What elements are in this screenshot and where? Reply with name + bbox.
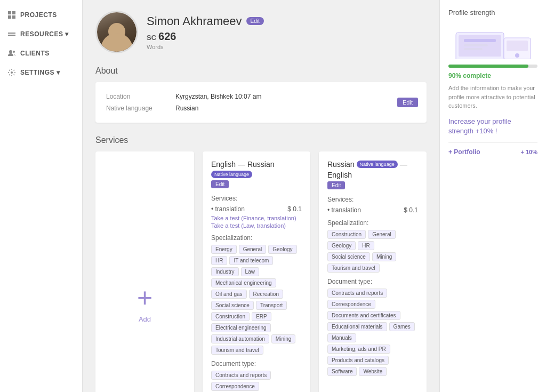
about-label-native: Native language xyxy=(106,105,175,112)
sidebar: PROJECTS RESOURCES ▾ CLIENTS SETTINGS ▾ xyxy=(0,0,83,392)
tag: Marketing, ads and PR xyxy=(327,345,390,354)
complete-text: 90% complete xyxy=(448,72,537,79)
profile-name-row: Simon Akhrameev Edit xyxy=(147,14,427,28)
tag: Transport xyxy=(256,301,287,310)
profile-score: SC 626 xyxy=(147,30,427,43)
tag: Tourism and travel xyxy=(211,346,263,355)
tag: Social science xyxy=(211,301,254,310)
tag: Construction xyxy=(327,230,366,239)
profile-info: Simon Akhrameev Edit SC 626 Words xyxy=(147,14,427,50)
tag: Social science xyxy=(327,252,370,261)
spec-tags-ru-en: ConstructionGeneralGeologyHRSocial scien… xyxy=(327,230,418,273)
about-edit-button[interactable]: Edit xyxy=(397,98,418,107)
tag: Tourism and travel xyxy=(327,263,380,273)
service-card-en-ru: English — Russian Native language Edit S… xyxy=(203,151,310,392)
about-row-location: Location Kyrgyzstan, Bishkek 10:07 am xyxy=(106,91,416,102)
spec-tags-en-ru: EnergyGeneralGeologyHRIT and telecomIndu… xyxy=(211,245,302,355)
tag: Energy xyxy=(211,245,237,254)
tag: Contracts and reports xyxy=(211,371,271,380)
spec-label-en-ru: Specialization: xyxy=(211,234,302,242)
tag: Geology xyxy=(268,245,296,254)
native-badge-en-ru: Native language xyxy=(211,171,252,178)
tag: Manuals xyxy=(327,333,356,342)
add-plus-icon: + xyxy=(137,284,152,311)
tag: Website xyxy=(359,367,387,376)
about-title: About xyxy=(95,66,427,76)
about-section: About Location Kyrgyzstan, Bishkek 10:07… xyxy=(95,66,427,123)
doctype-label-ru-en: Document type: xyxy=(327,278,418,285)
grid-icon xyxy=(7,11,16,19)
service-card-ru-en-header: Russian Native language — English Edit xyxy=(327,160,418,189)
tag: Geology xyxy=(327,241,356,250)
services-title: Services xyxy=(95,135,427,145)
svg-rect-4 xyxy=(8,33,15,34)
portfolio-link[interactable]: + Portfolio + 10% xyxy=(448,142,537,156)
tag: Mechanical engineering xyxy=(211,278,276,287)
specialization-en-ru: Specialization: EnergyGeneralGeologyHRIT… xyxy=(211,234,302,355)
about-label-location: Location xyxy=(106,93,175,100)
svg-rect-15 xyxy=(507,41,528,51)
sidebar-item-projects[interactable]: PROJECTS xyxy=(0,5,82,25)
doctype-en-ru: Document type: Contracts and reportsCorr… xyxy=(211,360,302,392)
services-label-ru-en: Services: xyxy=(327,196,418,203)
progress-bar-fill xyxy=(448,65,528,68)
sidebar-item-clients[interactable]: CLIENTS xyxy=(0,44,82,63)
profile-header: Simon Akhrameev Edit SC 626 Words xyxy=(95,11,427,53)
doctype-label-en-ru: Document type: xyxy=(211,360,302,367)
users-icon xyxy=(7,49,16,58)
add-label: Add xyxy=(139,315,151,323)
add-service-card[interactable]: + Add xyxy=(95,151,194,392)
test-link-law[interactable]: Take a test (Law, translation) xyxy=(211,222,302,229)
doctype-tags-en-ru: Contracts and reportsCorrespondenceDocum… xyxy=(211,371,302,392)
main-content: Simon Akhrameev Edit SC 626 Words About … xyxy=(83,0,439,392)
svg-rect-2 xyxy=(8,15,11,19)
tag: Documents and certificates xyxy=(327,311,400,320)
services-section: Services + Add English — Russian Native … xyxy=(95,135,427,392)
svg-point-16 xyxy=(515,53,519,58)
tag: Software xyxy=(327,367,357,376)
tag: Electrical engineering xyxy=(211,323,271,332)
service-row-en-ru-translation: • translation $ 0.1 xyxy=(211,205,302,213)
svg-rect-13 xyxy=(464,48,483,50)
svg-rect-11 xyxy=(464,39,496,42)
native-badge-ru-en: Native language xyxy=(357,161,398,168)
about-card: Location Kyrgyzstan, Bishkek 10:07 am Na… xyxy=(95,82,427,123)
doctype-tags-ru-en: Contracts and reportsCorrespondenceDocum… xyxy=(327,289,418,376)
avatar xyxy=(95,11,138,53)
tag: Correspondence xyxy=(211,382,259,391)
sidebar-item-resources[interactable]: RESOURCES ▾ xyxy=(0,25,82,44)
tag: Contracts and reports xyxy=(327,289,387,298)
strength-desc: Add the information to make your profile… xyxy=(448,84,537,110)
svg-point-6 xyxy=(9,50,12,53)
tag: Products and catalogs xyxy=(327,356,389,365)
svg-rect-12 xyxy=(464,44,488,46)
tag: Educational materials xyxy=(327,322,387,331)
svg-rect-0 xyxy=(8,11,11,14)
tag: HR xyxy=(211,256,227,265)
score-label: SC xyxy=(147,34,156,42)
tag: Industrial automation xyxy=(211,334,269,343)
service-row-ru-en-translation: • translation $ 0.1 xyxy=(327,206,418,214)
profile-edit-badge[interactable]: Edit xyxy=(246,17,264,25)
service-card-ru-en: Russian Native language — English Edit S… xyxy=(319,151,427,392)
svg-point-8 xyxy=(11,71,13,74)
svg-rect-5 xyxy=(8,35,15,36)
sidebar-item-settings[interactable]: SETTINGS ▾ xyxy=(0,63,82,82)
specialization-ru-en: Specialization: ConstructionGeneralGeolo… xyxy=(327,219,418,273)
test-link-finance[interactable]: Take a test (Finance, translation) xyxy=(211,215,302,221)
strength-illustration xyxy=(448,23,537,60)
svg-rect-3 xyxy=(12,15,15,19)
tag: General xyxy=(368,230,396,239)
tag: Oil and gas xyxy=(211,290,247,299)
tag: Industry xyxy=(211,267,239,276)
services-grid: + Add English — Russian Native language … xyxy=(95,151,427,392)
about-row-native: Native language Russian xyxy=(106,102,416,114)
service-card-en-ru-edit[interactable]: Edit xyxy=(211,180,229,188)
score-value: 626 xyxy=(158,30,176,43)
tag: Law xyxy=(241,267,259,276)
service-title-ru-en: Russian Native language — English xyxy=(327,160,418,179)
service-card-ru-en-edit[interactable]: Edit xyxy=(327,181,345,189)
tag: Mining xyxy=(372,252,396,261)
tag: Construction xyxy=(211,312,250,321)
portfolio-label: + Portfolio xyxy=(448,148,480,156)
